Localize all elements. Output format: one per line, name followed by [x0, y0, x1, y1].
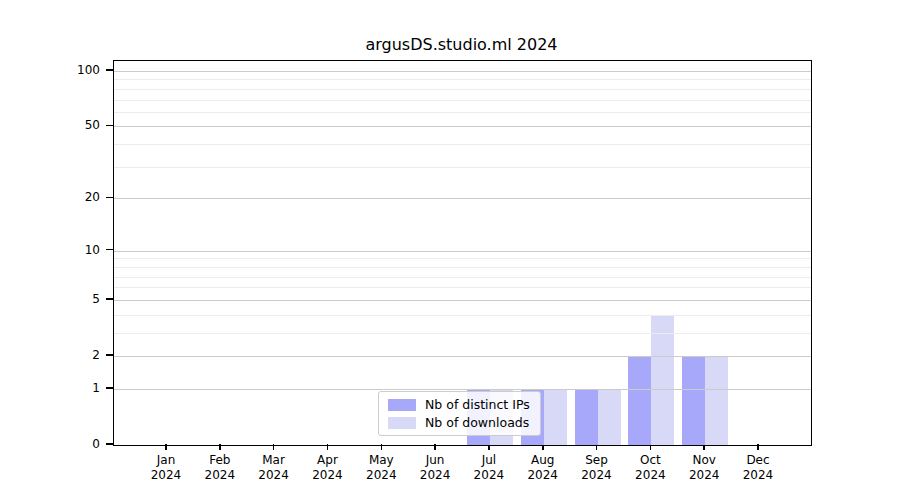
legend-swatch-distinct-ips	[388, 399, 416, 411]
gridline-minor-y-8	[114, 267, 811, 268]
gridline-minor-y-60	[114, 112, 811, 113]
gridline-minor-y-90	[114, 79, 811, 80]
gridline-minor-y-7	[114, 277, 811, 278]
legend-item-downloads: Nb of downloads	[388, 415, 530, 430]
gridline-minor-y-9	[114, 258, 811, 259]
gridline-minor-y-70	[114, 100, 811, 101]
gridline-major-y-1	[114, 389, 811, 390]
legend-item-distinct-ips: Nb of distinct IPs	[388, 397, 530, 412]
chart-figure: argusDS.studio.ml 2024 0125102050100 Jan…	[0, 0, 900, 500]
y-tick-mark-50	[106, 125, 113, 127]
gridline-major-y-2	[114, 356, 811, 357]
grid-layer	[114, 61, 811, 445]
gridline-minor-y-40	[114, 144, 811, 145]
chart-title: argusDS.studio.ml 2024	[113, 35, 810, 54]
gridline-minor-y-30	[114, 167, 811, 168]
y-tick-label-5: 5	[40, 292, 100, 306]
y-tick-label-2: 2	[40, 348, 100, 362]
gridline-major-y-5	[114, 300, 811, 301]
legend-swatch-downloads	[388, 417, 416, 429]
y-tick-label-1: 1	[40, 381, 100, 395]
gridline-minor-y-80	[114, 89, 811, 90]
gridline-minor-y-4	[114, 315, 811, 316]
gridline-major-y-10	[114, 251, 811, 252]
gridline-major-y-100	[114, 71, 811, 72]
y-tick-label-10: 10	[40, 243, 100, 257]
y-tick-mark-5	[106, 298, 113, 300]
y-tick-mark-100	[106, 69, 113, 71]
gridline-major-y-50	[114, 126, 811, 127]
gridline-major-y-20	[114, 198, 811, 199]
y-tick-mark-0	[106, 443, 113, 445]
legend-label-distinct-ips: Nb of distinct IPs	[425, 397, 530, 412]
legend: Nb of distinct IPs Nb of downloads	[378, 391, 541, 436]
y-tick-mark-2	[106, 354, 113, 356]
gridline-minor-y-3	[114, 333, 811, 334]
plot-area	[113, 60, 812, 446]
y-tick-label-0: 0	[40, 437, 100, 451]
y-tick-label-50: 50	[40, 118, 100, 132]
y-tick-mark-10	[106, 249, 113, 251]
y-tick-mark-20	[106, 197, 113, 199]
y-tick-label-100: 100	[40, 63, 100, 77]
legend-label-downloads: Nb of downloads	[425, 415, 529, 430]
x-tick-label-dec: Dec 2024	[718, 453, 798, 483]
gridline-minor-y-6	[114, 287, 811, 288]
y-tick-label-20: 20	[40, 190, 100, 204]
y-tick-mark-1	[106, 387, 113, 389]
